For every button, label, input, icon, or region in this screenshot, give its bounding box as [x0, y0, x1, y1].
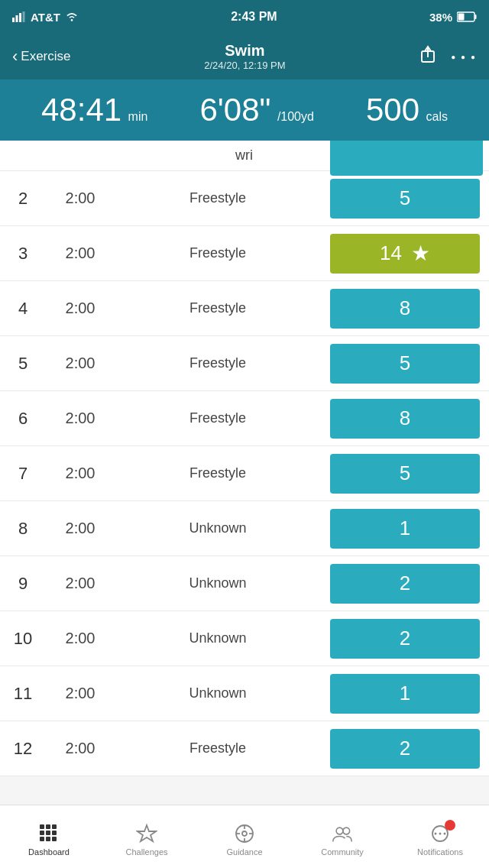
back-chevron-icon: ‹	[12, 47, 18, 66]
svg-rect-0	[12, 18, 15, 22]
lap-badge: 5	[330, 179, 480, 219]
wifi-icon	[65, 11, 79, 22]
pace-value: 6'08"	[199, 92, 270, 128]
row-num: 6	[0, 391, 46, 445]
row-time: 2:00	[46, 446, 115, 500]
tab-guidance[interactable]: Guidance	[196, 817, 293, 857]
svg-rect-1	[16, 15, 18, 22]
row-time: 2:00	[46, 336, 115, 390]
tab-notifications[interactable]: Notifications	[391, 817, 489, 857]
status-left: AT&T	[12, 11, 79, 24]
challenges-svg	[136, 823, 157, 844]
row-num: 9	[0, 556, 46, 611]
tab-challenges-label: Challenges	[125, 847, 167, 857]
back-button[interactable]: ‹ Exercise	[12, 47, 71, 66]
more-button[interactable]: ● ● ●	[451, 53, 477, 61]
svg-point-30	[439, 833, 442, 835]
row-laps: 2	[321, 721, 489, 776]
signal-icon	[12, 11, 26, 22]
back-label: Exercise	[21, 49, 70, 64]
pace-unit: /100yd	[277, 110, 314, 123]
dashboard-svg	[38, 823, 60, 844]
stat-calories: 500 cals	[366, 94, 448, 126]
calories-unit: cals	[426, 110, 448, 123]
row-num: 11	[0, 666, 46, 721]
table-row: 22:00Freestyle5	[0, 171, 489, 226]
row-laps: 5	[321, 336, 489, 390]
row-stroke: Unknown	[115, 611, 321, 666]
stat-duration: 48:41 min	[41, 94, 147, 126]
row-laps: 8	[321, 391, 489, 445]
svg-rect-7	[458, 14, 464, 21]
svg-rect-17	[46, 837, 50, 841]
svg-rect-13	[40, 831, 44, 835]
row-stroke: Freestyle	[115, 336, 321, 390]
lap-badge: 2	[330, 619, 480, 659]
share-icon	[419, 44, 437, 65]
swim-table: wri 22:00Freestyle532:00Freestyle14★42:0…	[0, 141, 489, 805]
row-num: 7	[0, 446, 46, 500]
nav-title: Swim	[204, 42, 285, 60]
row-laps: 14★	[321, 226, 489, 280]
row-time: 2:00	[46, 556, 115, 611]
tab-dashboard[interactable]: Dashboard	[0, 817, 98, 857]
row-time: 2:00	[46, 721, 115, 776]
row-stroke: Freestyle	[115, 721, 321, 776]
svg-point-31	[444, 833, 446, 835]
svg-point-26	[336, 828, 343, 834]
row-time: 2:00	[46, 391, 115, 445]
row-stroke: Freestyle	[115, 281, 321, 335]
svg-point-4	[71, 19, 73, 21]
lap-badge: 8	[330, 289, 480, 329]
share-button[interactable]	[419, 44, 437, 70]
guidance-icon	[234, 823, 255, 844]
row-laps: 1	[321, 666, 489, 721]
row-num: 10	[0, 611, 46, 666]
row-stroke: Unknown	[115, 556, 321, 611]
row-time: 2:00	[46, 281, 115, 335]
lap-badge: 5	[330, 454, 480, 494]
lap-badge: 5	[330, 344, 480, 384]
row-laps: 1	[321, 501, 489, 555]
svg-rect-12	[52, 824, 57, 829]
row-num: 3	[0, 226, 46, 280]
row-stroke: Freestyle	[115, 171, 321, 225]
tab-bar: Dashboard Challenges Guidance	[0, 805, 489, 868]
svg-point-21	[242, 831, 247, 836]
tab-challenges[interactable]: Challenges	[98, 817, 196, 857]
svg-rect-6	[474, 15, 476, 19]
status-time: 2:43 PM	[231, 10, 277, 24]
row-num: 8	[0, 501, 46, 555]
svg-rect-18	[52, 837, 57, 841]
carrier-label: AT&T	[31, 11, 60, 24]
row-time: 2:00	[46, 611, 115, 666]
nav-subtitle: 2/24/20, 12:19 PM	[204, 60, 285, 71]
svg-point-29	[435, 833, 437, 835]
challenges-icon	[136, 823, 157, 844]
status-bar: AT&T 2:43 PM 38%	[0, 0, 489, 34]
table-row: 102:00Unknown2	[0, 611, 489, 666]
tab-guidance-label: Guidance	[226, 847, 262, 857]
row-laps: 2	[321, 556, 489, 611]
nav-actions: ● ● ●	[419, 44, 477, 70]
tab-community[interactable]: Community	[293, 817, 391, 857]
partial-stroke: wri	[229, 147, 321, 164]
svg-rect-10	[40, 824, 44, 829]
lap-badge: 1	[330, 674, 480, 714]
row-num: 12	[0, 721, 46, 776]
row-stroke: Freestyle	[115, 226, 321, 280]
status-right: 38%	[429, 11, 477, 24]
community-svg	[332, 823, 353, 844]
row-laps: 5	[321, 446, 489, 500]
table-row: 42:00Freestyle8	[0, 281, 489, 336]
tab-community-label: Community	[321, 847, 364, 857]
table-row: 92:00Unknown2	[0, 556, 489, 611]
row-stroke: Unknown	[115, 501, 321, 555]
duration-value: 48:41	[41, 92, 121, 128]
table-row: 62:00Freestyle8	[0, 391, 489, 446]
svg-point-27	[343, 828, 350, 834]
svg-rect-11	[46, 824, 50, 829]
svg-rect-15	[52, 831, 57, 835]
battery-icon	[457, 11, 477, 22]
table-row: 52:00Freestyle5	[0, 336, 489, 391]
